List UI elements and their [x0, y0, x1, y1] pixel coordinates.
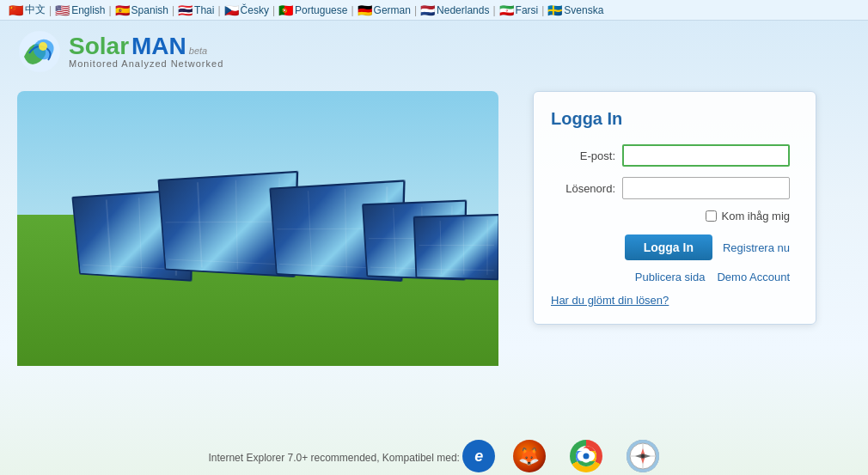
browser-firefox: 🦊 firefox9+ — [510, 440, 547, 475]
sep5: | — [272, 4, 275, 16]
login-button[interactable]: Logga In — [625, 234, 712, 260]
solarman-logo-icon — [17, 29, 62, 74]
lang-chinese[interactable]: 中文 — [25, 3, 46, 17]
main-content: Logga In E-post: Lösenord: Kom ihåg mig … — [0, 82, 868, 426]
logo-beta: beta — [189, 46, 207, 56]
logo: SolarMAN beta Monitored Analyzed Network… — [17, 29, 223, 74]
logo-text: SolarMAN beta Monitored Analyzed Network… — [69, 34, 223, 69]
flag-th: 🇹🇭 — [178, 3, 193, 17]
email-label: E-post: — [551, 149, 615, 162]
email-row: E-post: — [551, 144, 790, 167]
footer: Internet Explorer 7.0+ recommended, Komp… — [0, 426, 868, 475]
logo-title: SolarMAN beta — [69, 34, 223, 58]
lang-thai[interactable]: Thai — [194, 4, 214, 16]
register-link[interactable]: Registrera nu — [723, 241, 790, 254]
links-row: Publicera sida Demo Account — [551, 271, 790, 283]
demo-account-link[interactable]: Demo Account — [717, 271, 790, 283]
logo-man: MAN — [131, 34, 186, 58]
flag-de: 🇩🇪 — [358, 3, 372, 17]
lang-spanish[interactable]: Spanish — [131, 4, 168, 16]
sep2: | — [108, 4, 111, 16]
lang-czech[interactable]: Česky — [241, 4, 269, 16]
lang-dutch[interactable]: Nederlands — [437, 4, 489, 16]
chrome-icon — [570, 440, 602, 472]
lang-english[interactable]: English — [71, 4, 105, 16]
lang-german[interactable]: German — [374, 4, 411, 16]
svg-point-1 — [39, 42, 47, 51]
solar-panel-5 — [413, 214, 498, 280]
sep9: | — [541, 4, 544, 16]
firefox-icon: 🦊 — [513, 440, 546, 472]
flag-zh: 🇨🇳 — [9, 3, 23, 17]
language-bar: 🇨🇳 中文 | 🇺🇸 English | 🇪🇸 Spanish | 🇹🇭 Tha… — [0, 0, 868, 21]
header: SolarMAN beta Monitored Analyzed Network… — [0, 21, 868, 82]
remember-label[interactable]: Kom ihåg mig — [722, 210, 790, 222]
lang-portuguese[interactable]: Portuguese — [295, 4, 347, 16]
flag-en: 🇺🇸 — [55, 3, 70, 17]
solar-panels-image — [17, 91, 498, 366]
forgot-password-link[interactable]: Har du glömt din lösen? — [551, 294, 669, 307]
safari-icon — [627, 440, 659, 472]
flag-sv: 🇸🇪 — [547, 3, 562, 17]
browser-safari: safari4+ — [626, 440, 659, 475]
password-label: Lösenord: — [551, 182, 615, 195]
sep7: | — [414, 4, 417, 16]
lang-swedish[interactable]: Svenska — [564, 4, 603, 16]
flag-nl: 🇳🇱 — [420, 3, 435, 17]
browser-icons: e ie8+ 🦊 firefox9+ chrome10+ — [462, 440, 659, 475]
flag-fa: 🇮🇷 — [499, 3, 514, 17]
svg-point-4 — [584, 454, 590, 460]
flag-cs: 🇨🇿 — [224, 3, 239, 17]
password-input[interactable] — [622, 177, 790, 199]
logo-subtitle: Monitored Analyzed Networked — [69, 58, 223, 69]
sep8: | — [492, 4, 495, 16]
forgot-password-row: Har du glömt din lösen? — [551, 294, 790, 307]
ie-icon: e — [462, 440, 495, 472]
logo-solar: Solar — [69, 34, 129, 58]
login-section: Logga In E-post: Lösenord: Kom ihåg mig … — [533, 91, 816, 325]
login-box: Logga In E-post: Lösenord: Kom ihåg mig … — [533, 91, 816, 325]
login-title: Logga In — [551, 109, 790, 129]
sep1: | — [49, 4, 52, 16]
browser-chrome: chrome10+ — [563, 440, 610, 475]
flag-pt: 🇵🇹 — [278, 3, 293, 17]
action-buttons-row: Logga In Registrera nu — [551, 234, 790, 260]
sep4: | — [217, 4, 220, 16]
email-input[interactable] — [622, 144, 790, 167]
compat-text: Internet Explorer 7.0+ recommended, Komp… — [208, 452, 460, 464]
password-row: Lösenord: — [551, 177, 790, 199]
remember-row: Kom ihåg mig — [551, 210, 790, 222]
lang-farsi[interactable]: Farsi — [516, 4, 539, 16]
publish-link[interactable]: Publicera sida — [635, 271, 706, 283]
svg-point-11 — [641, 454, 645, 458]
remember-checkbox[interactable] — [706, 210, 717, 222]
browser-ie: e ie8+ — [462, 440, 495, 475]
sep6: | — [351, 4, 353, 16]
flag-es: 🇪🇸 — [115, 3, 130, 17]
sep3: | — [172, 4, 174, 16]
